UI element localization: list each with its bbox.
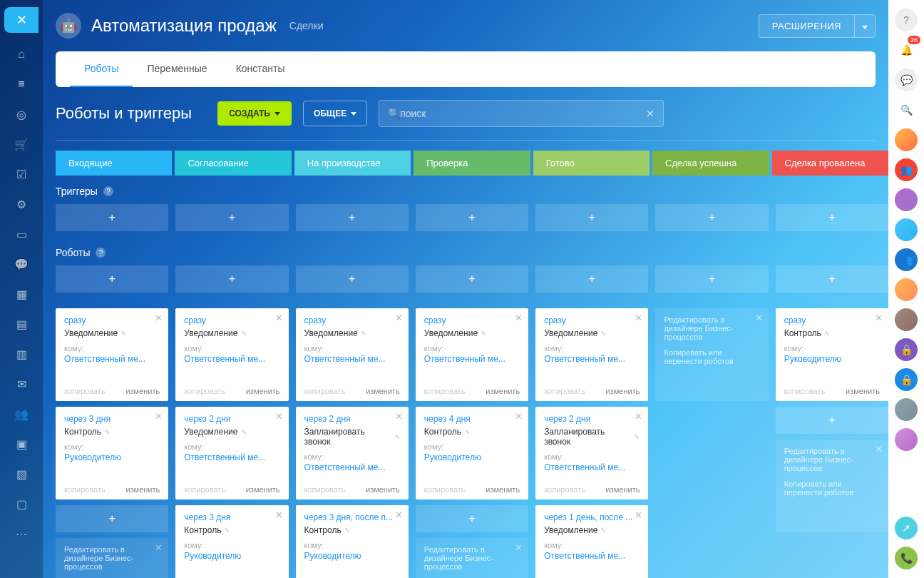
copy-link[interactable]: копировать — [544, 387, 585, 395]
close-card-icon[interactable]: ✕ — [635, 411, 642, 422]
search-icon[interactable]: 🔍 — [895, 98, 918, 121]
group-red-icon[interactable]: 👥 — [895, 158, 918, 181]
edit-icon[interactable]: ✎ — [634, 433, 640, 441]
edit-icon[interactable]: ✎ — [481, 330, 486, 338]
avatar-3[interactable] — [895, 218, 918, 241]
edit-icon[interactable]: ✎ — [824, 330, 830, 338]
avatar-6[interactable] — [895, 398, 918, 421]
copy-link[interactable]: копировать — [64, 387, 106, 395]
chat-icon[interactable]: 💬 — [895, 69, 918, 91]
edit-icon[interactable]: ✎ — [600, 527, 606, 534]
close-card-icon[interactable]: ✕ — [395, 313, 403, 323]
edit-link[interactable]: изменить — [125, 387, 160, 395]
robot-card[interactable]: ✕ сразу Уведомление ✎ кому: Ответственны… — [296, 308, 409, 401]
ghost-card[interactable]: ✕ Редактировать в дизайнере Бизнес-проце… — [655, 308, 768, 401]
edit-icon[interactable]: ✎ — [361, 330, 366, 338]
edit-link[interactable]: изменить — [366, 485, 400, 494]
group-icon[interactable]: 👥 — [13, 405, 30, 422]
avatar-7[interactable] — [895, 428, 918, 451]
stage-5[interactable]: Сделка успешна — [652, 151, 769, 176]
add-trigger-button[interactable]: + — [776, 204, 888, 231]
home-icon[interactable]: ⌂ — [13, 46, 30, 63]
extensions-button[interactable]: РАСШИРЕНИЯ — [759, 14, 855, 38]
ghost-card[interactable]: ✕ Редактировать в дизайнере Бизнес-проце… — [56, 538, 168, 578]
edit-link[interactable]: изменить — [486, 485, 520, 494]
extensions-caret[interactable] — [855, 14, 876, 38]
avatar-2[interactable] — [895, 188, 918, 211]
robot-card[interactable]: ✕ сразу Уведомление ✎ кому: Ответственны… — [56, 308, 168, 401]
edit-link[interactable]: изменить — [246, 387, 280, 395]
copy-link[interactable]: копировать — [64, 485, 106, 494]
robot-card[interactable]: ✕ через 2 дня Уведомление ✎ кому: Ответс… — [175, 407, 288, 500]
robot-card[interactable]: ✕ через 3 дня, после п... Контроль ✎ ком… — [296, 505, 409, 578]
edit-link[interactable]: изменить — [486, 387, 520, 395]
ghost-card[interactable]: ✕ Редактировать в дизайнере Бизнес-проце… — [776, 440, 888, 532]
close-icon[interactable]: ✕ — [875, 444, 883, 455]
copy-link[interactable]: копировать — [784, 387, 826, 395]
close-card-icon[interactable]: ✕ — [515, 411, 523, 422]
edit-icon[interactable]: ✎ — [104, 428, 110, 436]
edit-icon[interactable]: ✎ — [241, 330, 247, 338]
doc-icon[interactable]: ▤ — [13, 315, 30, 333]
add-robot-button[interactable]: + — [56, 505, 168, 532]
robot-card[interactable]: ✕ сразу Контроль ✎ кому: Руководителю ко… — [776, 308, 888, 401]
card-icon[interactable]: ▭ — [13, 225, 30, 243]
close-card-icon[interactable]: ✕ — [875, 313, 883, 323]
more-icon[interactable]: ⋯ — [13, 525, 30, 542]
ghost-card[interactable]: ✕ Редактировать в дизайнере Бизнес-проце… — [416, 538, 528, 578]
add-robot-button[interactable]: + — [776, 407, 888, 434]
help-icon[interactable]: ? — [103, 186, 113, 196]
robot-card[interactable]: ✕ через 3 дня Контроль ✎ кому: Руководит… — [56, 407, 168, 500]
close-card-icon[interactable]: ✕ — [275, 509, 283, 520]
copy-link[interactable]: копировать — [184, 485, 225, 494]
stage-6[interactable]: Сделка провалена — [772, 151, 888, 176]
add-trigger-button[interactable]: + — [416, 204, 528, 231]
copy-link[interactable]: копировать — [424, 387, 466, 395]
edit-icon[interactable]: ✎ — [344, 527, 350, 534]
close-button[interactable]: ✕ — [4, 7, 38, 33]
clear-search-icon[interactable]: ✕ — [646, 108, 654, 119]
add-robot-button[interactable]: + — [416, 265, 528, 293]
mail-icon[interactable]: ✉ — [13, 375, 30, 392]
help-icon[interactable]: ? — [96, 248, 106, 258]
tab-constants[interactable]: Константы — [222, 51, 299, 87]
edit-icon[interactable]: ✎ — [120, 330, 126, 338]
close-icon[interactable]: ✕ — [515, 542, 523, 553]
close-card-icon[interactable]: ✕ — [635, 313, 642, 323]
tab-variables[interactable]: Переменные — [133, 51, 221, 87]
edit-icon[interactable]: ✎ — [464, 428, 470, 436]
add-trigger-button[interactable]: + — [296, 204, 409, 231]
close-card-icon[interactable]: ✕ — [635, 509, 642, 520]
close-card-icon[interactable]: ✕ — [275, 411, 283, 422]
close-card-icon[interactable]: ✕ — [515, 313, 523, 323]
edit-icon[interactable]: ✎ — [600, 330, 606, 338]
lock-blue-icon[interactable]: 🔒 — [895, 368, 918, 391]
chat-icon[interactable]: 💬 — [13, 255, 30, 273]
close-card-icon[interactable]: ✕ — [155, 313, 163, 323]
add-trigger-button[interactable]: + — [655, 204, 768, 231]
avatar-1[interactable] — [895, 128, 918, 151]
stage-4[interactable]: Готово — [533, 151, 650, 176]
common-button[interactable]: ОБЩЕЕ — [303, 101, 367, 126]
robot-card[interactable]: ✕ через 2 дня Запланировать звонок ✎ ком… — [296, 407, 409, 500]
robot-card[interactable]: ✕ через 1 день, после ... Уведомление ✎ … — [535, 505, 648, 578]
stage-0[interactable]: Входящие — [56, 151, 172, 176]
edit-link[interactable]: изменить — [125, 485, 160, 494]
edit-icon[interactable]: ✎ — [241, 428, 247, 436]
lock-purple-icon[interactable]: 🔒 — [895, 338, 918, 361]
filter-icon[interactable]: ≡ — [13, 76, 30, 93]
close-icon[interactable]: ✕ — [755, 313, 763, 323]
stage-1[interactable]: Согласование — [175, 151, 291, 176]
edit-link[interactable]: изменить — [246, 485, 280, 494]
app-icon[interactable]: ▢ — [13, 495, 30, 512]
close-card-icon[interactable]: ✕ — [275, 313, 283, 323]
add-trigger-button[interactable]: + — [56, 204, 168, 231]
phone-icon[interactable]: 📞 — [895, 547, 918, 569]
add-robot-button[interactable]: + — [416, 505, 528, 532]
box-icon[interactable]: ▥ — [13, 345, 30, 362]
check-icon[interactable]: ☑ — [13, 166, 30, 183]
help-icon[interactable]: ? — [895, 9, 918, 31]
robot-card[interactable]: ✕ через 4 дня Контроль ✎ кому: Руководит… — [416, 407, 528, 500]
search-input[interactable] — [400, 108, 646, 119]
add-robot-button[interactable]: + — [175, 265, 288, 293]
